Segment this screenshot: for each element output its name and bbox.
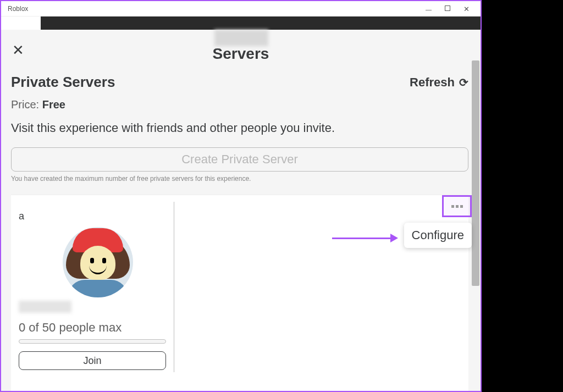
divider xyxy=(174,202,174,372)
capacity-progress xyxy=(19,339,166,344)
titlebar: Roblox xyxy=(1,1,481,16)
window-controls xyxy=(426,4,477,13)
people-count: 0 of 50 people max xyxy=(19,321,122,335)
price-row: Price: Free xyxy=(11,98,468,111)
username-blurred xyxy=(19,301,71,313)
join-button[interactable]: Join xyxy=(19,351,166,370)
app-window: Roblox ✕ Servers Private Servers Refresh… xyxy=(0,0,482,392)
visit-description: Visit this experience with friends and o… xyxy=(11,121,468,135)
servers-modal: ✕ Servers Private Servers Refresh ⟳ Pric… xyxy=(1,30,481,391)
more-icon xyxy=(451,205,463,208)
minimize-icon[interactable] xyxy=(426,4,432,13)
annotation-arrow xyxy=(332,236,398,240)
section-title: Private Servers xyxy=(11,74,115,91)
content: Private Servers Refresh ⟳ Price: Free Vi… xyxy=(11,74,468,183)
more-options-button[interactable] xyxy=(442,195,472,217)
maximize-icon[interactable] xyxy=(445,5,450,11)
modal-heading: Servers xyxy=(1,45,481,63)
refresh-label: Refresh xyxy=(410,75,455,90)
window-title: Roblox xyxy=(4,5,28,13)
price-label: Price: xyxy=(11,98,39,111)
scrollbar[interactable] xyxy=(472,60,479,286)
max-servers-note: You have created the maximum number of f… xyxy=(11,175,468,183)
header-strip xyxy=(41,16,481,30)
price-value: Free xyxy=(42,98,65,111)
refresh-button[interactable]: Refresh ⟳ xyxy=(410,75,468,90)
create-private-server-button[interactable]: Create Private Server xyxy=(11,147,468,172)
configure-menu-item[interactable]: Configure xyxy=(404,223,472,248)
avatar xyxy=(63,227,133,297)
blurred-tab xyxy=(214,30,268,46)
server-name: a xyxy=(19,211,24,222)
refresh-icon: ⟳ xyxy=(459,76,468,89)
server-list: a Configure xyxy=(11,195,468,391)
window-close-icon[interactable] xyxy=(463,4,470,13)
